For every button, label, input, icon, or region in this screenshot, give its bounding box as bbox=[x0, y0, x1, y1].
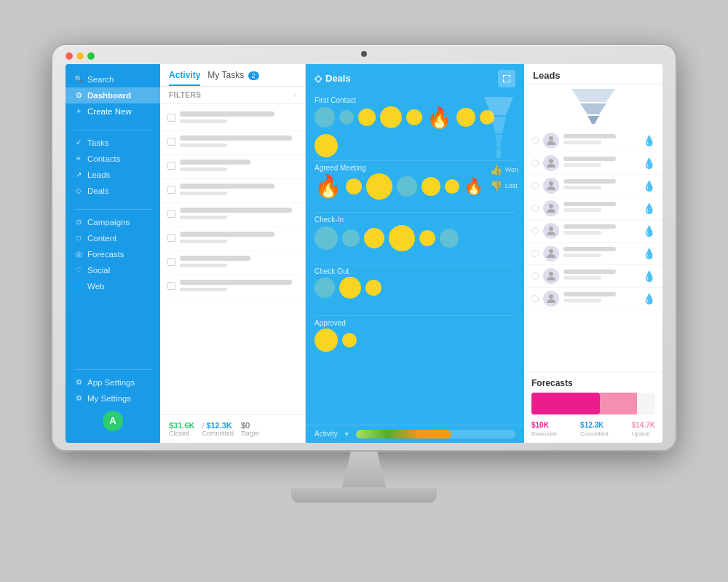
deal-bubble[interactable] bbox=[445, 179, 459, 194]
deal-bubble[interactable] bbox=[342, 333, 357, 347]
deal-bubble[interactable] bbox=[314, 278, 335, 298]
lead-checkbox[interactable] bbox=[531, 272, 539, 280]
svg-point-9 bbox=[549, 181, 553, 186]
task-line-2 bbox=[180, 192, 227, 195]
task-checkbox[interactable] bbox=[167, 234, 175, 242]
deal-bubble[interactable] bbox=[314, 227, 338, 250]
sidebar-item-forecasts[interactable]: ◎ Forecasts bbox=[66, 246, 160, 262]
hot-deal-icon: 🔥 bbox=[464, 177, 483, 196]
task-checkbox[interactable] bbox=[167, 282, 175, 290]
deal-bubble[interactable] bbox=[358, 109, 376, 126]
svg-marker-5 bbox=[580, 103, 606, 114]
bubbles-container bbox=[314, 329, 515, 352]
task-checkbox[interactable] bbox=[167, 258, 175, 266]
stand-neck bbox=[342, 452, 386, 488]
sidebar-campaigns-label: Campaigns bbox=[87, 218, 130, 227]
stand-base bbox=[291, 488, 437, 503]
close-button[interactable] bbox=[66, 52, 73, 60]
lead-drop-icon[interactable]: 💧 bbox=[643, 135, 655, 146]
task-checkbox[interactable] bbox=[167, 114, 175, 122]
lead-detail-line bbox=[563, 299, 601, 302]
won-icon: 👍 bbox=[490, 164, 502, 176]
task-checkbox[interactable] bbox=[167, 162, 175, 170]
lead-checkbox[interactable] bbox=[531, 160, 539, 167]
sidebar-item-contacts[interactable]: ≡ Contacts bbox=[66, 151, 160, 167]
tasks-icon: ✓ bbox=[74, 138, 83, 146]
sidebar-item-social[interactable]: ♡ Social bbox=[66, 262, 160, 278]
deal-bubble[interactable] bbox=[314, 134, 338, 157]
leads-title: Leads bbox=[524, 64, 662, 84]
sidebar-item-my-settings[interactable]: ⚙ My Settings bbox=[66, 390, 160, 406]
svg-point-8 bbox=[549, 159, 553, 163]
sidebar-item-leads[interactable]: ↗ Leads bbox=[66, 167, 160, 183]
won-indicator: 👍 Won bbox=[490, 164, 518, 176]
task-lines bbox=[180, 232, 298, 246]
lead-drop-icon[interactable]: 💧 bbox=[643, 293, 655, 304]
deal-bubble[interactable] bbox=[339, 110, 354, 125]
deal-bubble[interactable] bbox=[397, 176, 417, 197]
sidebar-item-content[interactable]: □ Content bbox=[66, 230, 160, 246]
filters-arrow-icon[interactable]: › bbox=[294, 91, 296, 99]
tab-activity[interactable]: Activity bbox=[169, 70, 200, 86]
task-list[interactable] bbox=[160, 104, 305, 414]
activity-bar-fill bbox=[356, 430, 452, 439]
activity-footer: $31.6K Closed / $12.3K Committed $0 Targ… bbox=[160, 414, 305, 443]
sidebar-item-dashboard[interactable]: ⊙ Dashboard bbox=[66, 87, 160, 103]
svg-marker-4 bbox=[571, 89, 615, 102]
lead-checkbox[interactable] bbox=[531, 205, 539, 212]
sidebar-item-campaigns[interactable]: ⊙ Campaigns bbox=[66, 214, 160, 230]
lead-drop-icon[interactable]: 💧 bbox=[643, 248, 655, 259]
deal-bubble[interactable] bbox=[419, 230, 435, 246]
deal-bubble[interactable] bbox=[422, 177, 440, 196]
deal-bubble[interactable] bbox=[380, 106, 402, 128]
sidebar-item-search[interactable]: 🔍 Search bbox=[66, 71, 160, 87]
deal-bubble[interactable] bbox=[456, 108, 475, 127]
tab-activity-label: Activity bbox=[169, 70, 200, 80]
tab-my-tasks[interactable]: My Tasks 2 bbox=[207, 70, 258, 86]
lead-drop-icon[interactable]: 💧 bbox=[643, 157, 655, 169]
lead-checkbox[interactable] bbox=[531, 250, 539, 257]
lead-checkbox[interactable] bbox=[531, 227, 539, 235]
deal-bubble[interactable] bbox=[366, 173, 392, 200]
sidebar-item-app-settings[interactable]: ⚙ App Settings bbox=[66, 374, 160, 390]
lead-drop-icon[interactable]: 💧 bbox=[643, 270, 655, 282]
lead-drop-icon[interactable]: 💧 bbox=[643, 180, 655, 192]
avatar[interactable]: A bbox=[103, 411, 123, 431]
deal-bubble[interactable] bbox=[339, 277, 361, 299]
lead-checkbox[interactable] bbox=[531, 295, 539, 302]
lead-list[interactable]: 💧 💧 bbox=[524, 130, 662, 371]
deal-bubble[interactable] bbox=[389, 225, 415, 251]
deal-bubble[interactable] bbox=[365, 280, 381, 296]
lead-drop-icon[interactable]: 💧 bbox=[643, 225, 655, 237]
hot-deal-icon: 🔥 bbox=[427, 106, 452, 130]
sidebar-item-create[interactable]: + Create New bbox=[66, 103, 160, 119]
sidebar-item-deals[interactable]: ◇ Deals bbox=[66, 183, 160, 199]
deals-footer-dropdown-icon[interactable]: ▼ bbox=[344, 430, 350, 438]
svg-marker-0 bbox=[484, 97, 513, 115]
lead-checkbox[interactable] bbox=[531, 182, 539, 189]
task-checkbox[interactable] bbox=[167, 186, 175, 194]
lead-avatar bbox=[543, 223, 559, 239]
lost-icon: 👎 bbox=[490, 180, 502, 192]
deal-bubble[interactable] bbox=[342, 229, 360, 247]
sidebar-item-web[interactable]: 🌐 Web bbox=[66, 278, 160, 294]
deal-bubble[interactable] bbox=[314, 107, 335, 127]
minimize-button[interactable] bbox=[76, 52, 84, 60]
task-checkbox[interactable] bbox=[167, 138, 175, 146]
won-label: Won bbox=[505, 166, 518, 173]
sidebar-create-label: Create New bbox=[87, 107, 132, 116]
deal-bubble[interactable] bbox=[406, 109, 422, 125]
deals-expand-button[interactable] bbox=[498, 70, 515, 87]
task-checkbox[interactable] bbox=[167, 210, 175, 218]
sidebar-item-tasks[interactable]: ✓ Tasks bbox=[66, 135, 160, 151]
deal-bubble[interactable] bbox=[364, 228, 384, 248]
table-row bbox=[160, 251, 305, 275]
list-item: 💧 bbox=[524, 197, 662, 220]
lead-checkbox[interactable] bbox=[531, 137, 539, 144]
lead-drop-icon[interactable]: 💧 bbox=[643, 202, 655, 214]
deal-bubble[interactable] bbox=[314, 329, 338, 352]
deal-bubble[interactable] bbox=[346, 178, 362, 194]
deal-bubble[interactable] bbox=[440, 229, 459, 248]
activity-panel: Activity My Tasks 2 FILTERS › bbox=[160, 64, 306, 443]
maximize-button[interactable] bbox=[87, 52, 95, 60]
